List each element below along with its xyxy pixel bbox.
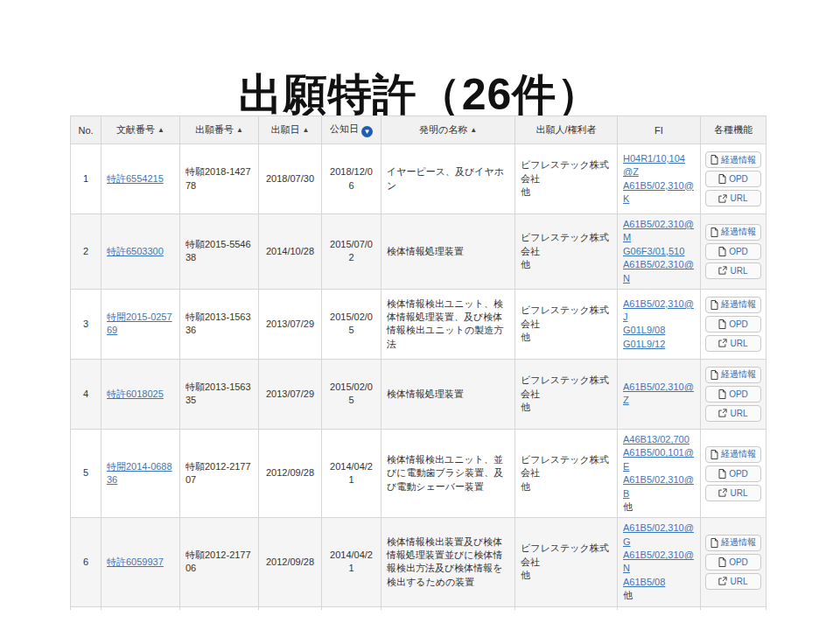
applicant-name: ビフレステック株式会社: [521, 542, 612, 569]
opd-button[interactable]: OPD: [705, 171, 761, 187]
cell-filing-date: 2012/09/28: [259, 518, 322, 606]
fi-classification-link[interactable]: A61B5/02,310@B: [623, 473, 695, 500]
sort-ascending-icon[interactable]: ▲: [303, 126, 310, 134]
cell-invention-title: 検体情報処理装置: [382, 359, 515, 429]
fi-other-label: 他: [623, 500, 695, 514]
doc-number-link[interactable]: 特許6018025: [107, 388, 164, 399]
progress-info-button[interactable]: 経過情報: [705, 535, 761, 551]
column-header-app-number[interactable]: 出願番号▲: [180, 116, 259, 144]
action-button-label: URL: [730, 488, 747, 498]
column-label: 発明の名称: [419, 124, 467, 135]
cell-publication-date: 2014/04/21: [322, 518, 382, 606]
action-button-label: 経過情報: [721, 298, 756, 311]
progress-info-button[interactable]: 経過情報: [705, 224, 761, 241]
url-button[interactable]: URL: [705, 190, 761, 206]
fi-classification-link[interactable]: A61B5/02,310@G: [623, 522, 695, 549]
column-label: 各種機能: [714, 124, 752, 135]
cell-publication-date: 2015/02/05: [322, 359, 382, 429]
cell-invention-title: 検体情報検出ユニット、検体情報処理装置、及び検体情報検出ユニットの製造方法: [382, 289, 515, 359]
url-button[interactable]: URL: [705, 405, 761, 422]
url-button[interactable]: URL: [705, 573, 761, 590]
column-label: 出願日: [271, 124, 300, 135]
fi-classification-link[interactable]: A61B5/02,310@Z: [623, 381, 695, 408]
column-label: 出願人/権利者: [536, 124, 596, 135]
column-header-functions: 各種機能: [701, 116, 766, 144]
progress-info-button[interactable]: 経過情報: [705, 367, 761, 383]
sort-ascending-icon[interactable]: ▲: [236, 126, 243, 134]
doc-number-link[interactable]: 特許6059937: [107, 556, 164, 567]
external-link-icon: [718, 339, 727, 347]
cell-filing-date: 2013/07/29: [259, 289, 322, 359]
cell-doc-number: 特許6018025: [102, 359, 180, 429]
cell-doc-number: 特開2015-025769: [102, 289, 180, 359]
external-link-icon: [718, 577, 727, 585]
opd-button[interactable]: OPD: [705, 316, 761, 332]
fi-classification-link[interactable]: A61B5/02,310@N: [623, 258, 695, 285]
doc-number-link[interactable]: 特許6554215: [107, 173, 164, 184]
cell-fi: A61B5/02,310@Z: [618, 359, 701, 429]
external-link-icon: [718, 488, 727, 497]
cell-applicant: ビフレステック株式会社他: [515, 359, 618, 429]
action-button-label: OPD: [729, 469, 748, 479]
document-icon: [718, 557, 726, 567]
url-button[interactable]: URL: [705, 485, 761, 501]
table-row: 1特許6554215特願2018-1427782018/07/302018/12…: [71, 144, 766, 214]
document-icon: [710, 370, 718, 380]
fi-classification-link[interactable]: G01L9/08: [623, 324, 695, 337]
column-header-doc-number[interactable]: 文献番号▲: [102, 116, 180, 144]
cell-app-number: 特願2012-217707: [180, 429, 259, 517]
fi-classification-link[interactable]: A61B5/02,310@M: [623, 218, 695, 245]
cell-no: 7: [71, 606, 102, 610]
fi-classification-link[interactable]: G01L9/12: [623, 338, 695, 351]
fi-classification-link[interactable]: A61B5/00,101@E: [623, 446, 695, 473]
fi-classification-link[interactable]: A61B5/02,310@J: [623, 298, 695, 325]
fi-classification-link[interactable]: A46B13/02,700: [623, 433, 695, 446]
cell-no: 3: [71, 289, 102, 359]
column-header-filing-date[interactable]: 出願日▲: [259, 116, 322, 144]
action-button-label: OPD: [729, 319, 748, 329]
applicant-name: 他: [521, 331, 612, 344]
patent-results-table: No.文献番号▲出願番号▲出願日▲公知日▼発明の名称▲出願人/権利者FI各種機能…: [70, 116, 766, 610]
external-link-icon: [718, 266, 727, 275]
url-button[interactable]: URL: [705, 262, 761, 279]
cell-no: 5: [71, 429, 102, 517]
sort-descending-active-icon[interactable]: ▼: [361, 126, 373, 137]
url-button[interactable]: URL: [705, 335, 761, 352]
cell-applicant: ビフレステック株式会社他: [515, 518, 618, 606]
column-header-invention-title[interactable]: 発明の名称▲: [382, 116, 515, 144]
column-label: FI: [654, 125, 663, 136]
progress-info-button[interactable]: 経過情報: [705, 151, 761, 168]
fi-classification-link[interactable]: G06F3/01,510: [623, 245, 695, 258]
table-row: 4特許6018025特願2013-1563352013/07/292015/02…: [71, 359, 766, 429]
fi-classification-link[interactable]: H04R1/10,104@Z: [623, 152, 695, 179]
cell-publication-date: 2014/04/21: [322, 429, 382, 517]
doc-number-link[interactable]: 特開2014-068836: [107, 461, 172, 485]
column-header-no: No.: [71, 116, 102, 144]
fi-classification-link[interactable]: A61B5/02,310@N: [623, 549, 695, 576]
action-button-label: OPD: [729, 557, 748, 567]
action-button-label: URL: [730, 339, 747, 348]
sort-ascending-icon[interactable]: ▲: [470, 126, 477, 134]
opd-button[interactable]: OPD: [705, 386, 761, 402]
cell-actions: 経過情報OPDURL: [701, 518, 766, 606]
fi-classification-link[interactable]: A61B5/02,310@K: [623, 179, 695, 206]
cell-fi: A46B13/02,700A61B5/00,101@EA61B5/02,310@…: [618, 429, 701, 517]
opd-button[interactable]: OPD: [705, 554, 761, 570]
progress-info-button[interactable]: 経過情報: [705, 297, 761, 313]
column-header-fi: FI: [618, 116, 701, 144]
sort-ascending-icon[interactable]: ▲: [158, 126, 164, 134]
applicant-name: 他: [521, 401, 612, 414]
cell-applicant: ビフレステック株式会社他: [515, 606, 618, 610]
doc-number-link[interactable]: 特許6503300: [107, 246, 164, 256]
fi-classification-link[interactable]: A61B5/08: [623, 576, 695, 589]
cell-actions: 経過情報OPDURL: [701, 144, 766, 214]
table-row: 7特開2014-042579特願2012-1855032012/08/24201…: [71, 606, 766, 610]
cell-filing-date: 2018/07/30: [259, 144, 322, 214]
cell-doc-number: 特許6503300: [102, 214, 180, 290]
doc-number-link[interactable]: 特開2015-025769: [107, 312, 172, 335]
cell-publication-date: 2014/03/13: [322, 606, 382, 610]
opd-button[interactable]: OPD: [705, 243, 761, 260]
opd-button[interactable]: OPD: [705, 466, 761, 482]
column-header-publication-date[interactable]: 公知日▼: [322, 116, 382, 144]
progress-info-button[interactable]: 経過情報: [705, 446, 761, 463]
